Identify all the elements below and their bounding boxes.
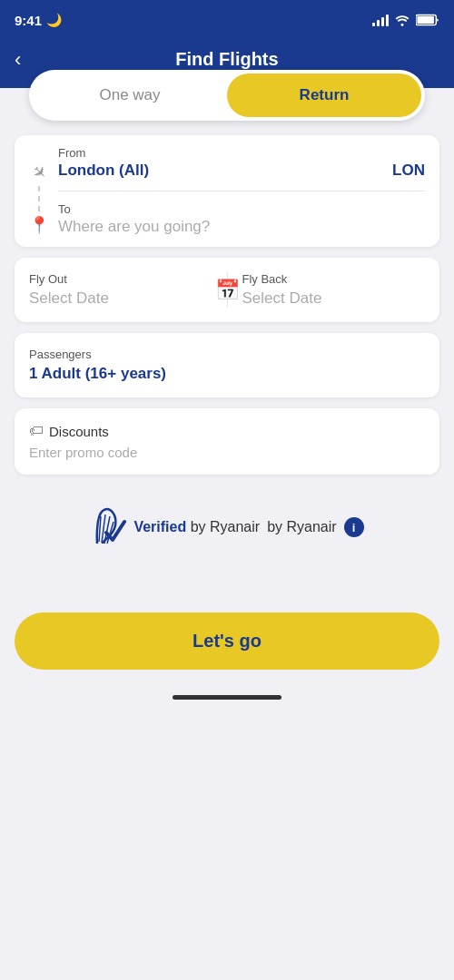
discounts-label: Discounts: [49, 424, 109, 439]
from-value: London (All): [58, 162, 149, 180]
to-placeholder: Where are you going?: [58, 218, 210, 236]
origin-destination-card: ✈ 📍 From London (All) LON To: [15, 135, 439, 247]
to-field[interactable]: To Where are you going?: [58, 191, 425, 247]
home-indicator: [0, 688, 454, 710]
passengers-value: 1 Adult (16+ years): [29, 365, 425, 383]
from-to-fields: From London (All) LON To Where are you g…: [58, 135, 425, 247]
promo-code-input[interactable]: Enter promo code: [29, 445, 425, 460]
fly-back-value: Select Date: [242, 289, 426, 308]
discounts-card[interactable]: 🏷 Discounts Enter promo code: [15, 408, 439, 475]
verified-text: Verified by Ryanair: [133, 519, 260, 535]
calendar-icon: 📅: [215, 279, 240, 302]
info-button[interactable]: i: [344, 517, 364, 537]
ryanair-logo: [90, 507, 126, 547]
ryanair-harp-icon: [90, 507, 126, 547]
date-divider: 📅: [227, 272, 228, 308]
cta-container: Let's go: [0, 612, 454, 688]
back-button[interactable]: ‹: [15, 48, 21, 72]
verified-by: by Ryanair: [191, 519, 260, 534]
wifi-icon: [394, 14, 410, 26]
route-icons: ✈ 📍: [29, 135, 49, 247]
from-code: LON: [392, 162, 425, 180]
passengers-card[interactable]: Passengers 1 Adult (16+ years): [15, 333, 439, 397]
one-way-button[interactable]: One way: [33, 74, 227, 117]
svg-rect-1: [417, 16, 434, 24]
fly-out-col[interactable]: Fly Out Select Date: [29, 272, 212, 308]
page-title: Find Flights: [175, 49, 278, 70]
passengers-label: Passengers: [29, 348, 425, 361]
pin-icon: 📍: [29, 215, 49, 235]
discount-tag-icon: 🏷: [29, 423, 44, 439]
moon-icon: 🌙: [46, 13, 62, 27]
battery-icon: [416, 14, 439, 26]
fly-back-col[interactable]: Fly Back Select Date: [242, 272, 426, 308]
status-time: 9:41: [15, 13, 42, 28]
home-bar: [173, 695, 281, 700]
lets-go-button[interactable]: Let's go: [15, 612, 439, 670]
plane-icon: ✈: [27, 161, 51, 184]
fly-out-label: Fly Out: [29, 272, 212, 286]
verified-bold: Verified: [133, 519, 186, 534]
verified-section: Verified by Ryanair by Ryanair i: [15, 485, 439, 562]
from-label: From: [58, 146, 425, 160]
to-label: To: [58, 202, 425, 216]
status-bar: 9:41 🌙: [0, 0, 454, 40]
from-field[interactable]: From London (All) LON: [58, 135, 425, 191]
return-button[interactable]: Return: [227, 74, 421, 117]
fly-back-label: Fly Back: [242, 272, 426, 286]
status-icons: [372, 14, 439, 26]
verified-by-text: by Ryanair: [267, 519, 336, 535]
dates-card: Fly Out Select Date 📅 Fly Back Select Da…: [15, 258, 439, 322]
dashed-line: [38, 186, 40, 211]
fly-out-value: Select Date: [29, 289, 212, 308]
signal-icon: [372, 14, 389, 26]
trip-type-toggle: One way Return: [29, 70, 425, 121]
